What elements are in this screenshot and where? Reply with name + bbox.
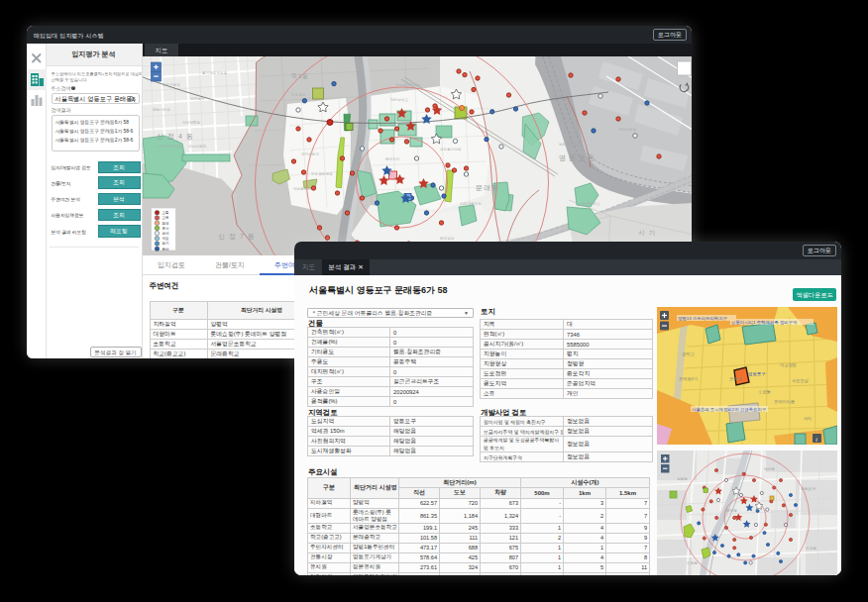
svg-text:새한건설: 새한건설 <box>792 378 809 383</box>
svg-text:휴식: 휴식 <box>162 227 169 231</box>
svg-text:신동아시티1 주택재건축 정비구역: 신동아시티1 주택재건축 정비구역 <box>731 320 797 325</box>
svg-text:문래동3가: 문래동3가 <box>679 376 699 381</box>
svg-text:문래힐링: 문래힐링 <box>440 236 455 241</box>
svg-text:여의도공원: 여의도공원 <box>618 127 636 132</box>
svg-text:복지: 복지 <box>162 241 168 246</box>
svg-text:영등포동: 영등포동 <box>559 153 597 162</box>
svg-text:신길동: 신길동 <box>806 546 817 551</box>
svg-text:중부지운동: 중부지운동 <box>163 82 180 87</box>
svg-text:상안상떼빌: 상안상떼빌 <box>182 120 200 125</box>
svg-text:홍지영동목동관: 홍지영동목동관 <box>202 70 228 75</box>
svg-text:보조정보교역: 보조정보교역 <box>559 143 581 147</box>
svg-text:의료: 의료 <box>162 236 169 241</box>
svg-text:대상청덩: 대상청덩 <box>780 362 797 367</box>
svg-text:시기: 시기 <box>638 229 659 236</box>
svg-text:신재개별목정: 신재개별목정 <box>460 201 482 206</box>
svg-text:영등포역: 영등포역 <box>801 487 815 491</box>
svg-text:문래자이: 문래자이 <box>385 156 400 161</box>
svg-text:서울혼례 도시재정비2차 긴급촉진지구: 서울혼례 도시재정비2차 긴급촉진지구 <box>692 407 767 412</box>
svg-text:영등포구: 영등포구 <box>748 371 766 376</box>
svg-text:경성섬겅부인사: 경성섬겅부인사 <box>395 83 421 87</box>
svg-text:양지초등집: 양지초등집 <box>301 151 319 156</box>
svg-text:당산동: 당산동 <box>764 466 776 471</box>
svg-text:당산삼성교: 당산삼성교 <box>390 98 408 102</box>
svg-text:앙전소멸청: 앙전소멸청 <box>188 145 206 149</box>
svg-text:환경: 환경 <box>162 222 168 226</box>
svg-text:코오롱아파트: 코오롱아파트 <box>440 148 462 151</box>
svg-text:문래동: 문래동 <box>726 508 738 513</box>
svg-text:양평13 스트리트타워지구: 양평13 스트리트타워지구 <box>678 316 728 321</box>
svg-text:노은정방역마트: 노은정방역마트 <box>157 145 182 149</box>
svg-text:학정빌딩: 학정빌딩 <box>190 97 204 101</box>
svg-text:편의: 편의 <box>162 231 169 236</box>
svg-text:상암올라정: 상암올라정 <box>293 186 311 191</box>
svg-text:교통: 교통 <box>162 211 169 215</box>
svg-text:문래동: 문래동 <box>729 376 742 381</box>
svg-text:양평동: 양평동 <box>677 477 689 481</box>
svg-text:문래동: 문래동 <box>476 184 499 191</box>
svg-text:목동힐순병원: 목동힐순병원 <box>311 172 333 176</box>
svg-text:예천아파트: 예천아파트 <box>153 107 170 112</box>
svg-text:문화: 문화 <box>162 248 169 251</box>
svg-text:신정4동: 신정4동 <box>157 133 197 141</box>
svg-text:도림동: 도림동 <box>687 561 699 565</box>
svg-text:목동삼상: 목동삼상 <box>291 92 306 97</box>
svg-text:세지: 세지 <box>804 416 812 421</box>
svg-text:신정7동: 신정7동 <box>218 233 259 241</box>
svg-text:교육: 교육 <box>162 216 169 220</box>
svg-text:목1동: 목1동 <box>291 73 309 79</box>
svg-text:서울윤문학교: 서울윤문학교 <box>579 201 600 206</box>
svg-text:문래마리움: 문래마리움 <box>774 399 795 404</box>
